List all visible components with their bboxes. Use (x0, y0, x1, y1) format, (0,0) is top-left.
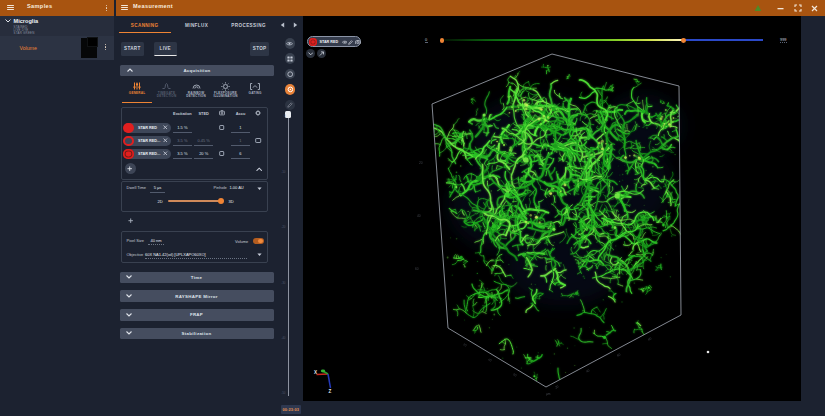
remove-channel-icon[interactable] (163, 151, 168, 156)
excitation-input[interactable]: 3.5 % (177, 151, 187, 156)
pinhole-label: Pinhole (214, 185, 227, 190)
volume-render-canvas[interactable] (303, 16, 801, 401)
excitation-input[interactable]: 1.5 % (177, 125, 187, 130)
lut-max-value[interactable]: 999 (780, 37, 787, 44)
stop-button[interactable]: STOP (250, 42, 269, 56)
visibility-eye-icon[interactable] (342, 40, 348, 44)
add-section-icon[interactable] (128, 218, 133, 223)
dwell-time-input[interactable]: 5 µs (150, 185, 165, 192)
chevron-up-icon (127, 68, 133, 72)
volume-toggle-label: Volume (235, 239, 248, 244)
accu-input[interactable]: 1 (239, 125, 241, 130)
rayshape-mirror-section-header[interactable]: RAYSHAPE Mirror (120, 290, 274, 302)
titlebar: Samples Measurement (0, 0, 825, 16)
sample-group-header[interactable]: Microglia STAINED LIVE DYE STAR GREEN (0, 16, 114, 36)
timegate-icon (152, 82, 182, 90)
dye-color-dot[interactable] (123, 123, 134, 134)
window-close-button[interactable] (810, 4, 819, 13)
gating-icon (240, 82, 270, 90)
sample-item-kebab-menu[interactable] (104, 44, 107, 50)
remove-channel-icon[interactable] (163, 138, 168, 143)
stabilization-section-header[interactable]: Stabilization (120, 328, 274, 340)
acq-tab-flexposure-illumination[interactable]: FLEXPOSUREILLUMINATION (211, 82, 241, 103)
frame-checkbox[interactable] (219, 151, 225, 157)
grid-view-button[interactable] (285, 53, 296, 64)
tab-minflux[interactable]: MINFLUX (171, 23, 223, 34)
acq-tab-timegate-detection[interactable]: TIMEGATEDETECTION (152, 82, 182, 103)
edit-tool-button[interactable] (285, 100, 296, 111)
volume-toggle[interactable] (253, 238, 264, 244)
sample-item-label: Volume (20, 45, 37, 51)
page-next-icon[interactable] (293, 22, 298, 28)
sted-3d-slider[interactable] (168, 200, 223, 202)
z-tick-label: -20 (278, 225, 286, 229)
pinhole-select[interactable]: 1.00 AU (230, 185, 244, 190)
remove-channel-icon[interactable] (163, 125, 168, 130)
acquisition-section-title: Acquisition (183, 68, 210, 73)
chevron-down-icon[interactable] (5, 19, 11, 23)
sted-input[interactable]: 20 % (199, 151, 208, 156)
add-channel-button[interactable] (125, 163, 136, 174)
z-position-slider-knob[interactable] (285, 111, 291, 118)
edge-tick-label: 60 (415, 267, 419, 271)
edit-pencil-icon[interactable] (348, 40, 353, 45)
volume-viewport[interactable]: STAR RED 0 999 X Z 20 40 60 20 (303, 16, 801, 401)
samples-menu-icon[interactable] (7, 5, 14, 10)
dye-chip[interactable]: STAR RED (124, 123, 171, 133)
accu-input[interactable]: 1 (239, 138, 241, 143)
acquisition-section-header[interactable]: Acquisition (120, 65, 274, 77)
acquisition-timer-badge: 00:23:03 (281, 405, 301, 415)
collapse-channels-icon[interactable] (256, 167, 262, 171)
bright-particle (707, 351, 710, 354)
lut-min-value[interactable]: 0 (425, 37, 427, 44)
acq-tab-label: TIMEGATEDETECTION (152, 92, 182, 99)
settings-checkbox[interactable] (255, 138, 261, 144)
pixel-size-input[interactable]: 40 nm (148, 238, 164, 245)
window-minimize-button[interactable] (776, 4, 785, 13)
objective-caret-icon[interactable] (257, 253, 262, 256)
gear-icon[interactable] (255, 110, 261, 116)
tab-processing[interactable]: PROCESSING (223, 23, 275, 34)
dye-chip[interactable]: STAR RED... (124, 149, 171, 159)
window-maximize-button[interactable] (793, 4, 802, 13)
volume-view-button[interactable] (285, 84, 296, 95)
dye-color-dot[interactable] (123, 136, 134, 147)
acq-tab-label: FLEXPOSUREILLUMINATION (211, 92, 241, 99)
frame-checkbox[interactable] (219, 125, 225, 131)
flexposure-icon (211, 82, 241, 90)
sliders-icon (122, 82, 152, 90)
live-button[interactable]: LIVE (154, 42, 177, 56)
dye-chip[interactable]: STAR RED... (124, 136, 171, 146)
lut-gradient-bar[interactable] (442, 39, 683, 41)
z-tick-label: -40 (278, 336, 286, 340)
sted-input[interactable]: 0.45 % (197, 138, 209, 143)
camera-icon[interactable] (355, 40, 361, 45)
z-position-slider[interactable] (288, 112, 289, 396)
objective-select[interactable]: 60X NA1.42(oil) [UPLXAPO60XO] (145, 252, 247, 259)
samples-panel-title: Samples (27, 3, 52, 9)
frame-camera-icon (219, 110, 225, 115)
circle-select-button[interactable] (285, 69, 296, 80)
acq-tab-active-underline (122, 102, 152, 103)
accu-input[interactable]: 6 (239, 151, 241, 156)
dye-color-dot[interactable] (123, 149, 134, 160)
acq-tab-gating[interactable]: GATING (240, 82, 270, 103)
pinhole-caret-icon[interactable] (257, 187, 262, 190)
excitation-input[interactable]: 3.5 % (177, 138, 187, 143)
sample-item-volume[interactable]: Volume (0, 36, 114, 60)
acq-tab-rainbow-detection[interactable]: RAINBOWDETECTION (181, 82, 211, 103)
acq-tab-label: RAINBOWDETECTION (181, 92, 211, 99)
chevron-down-icon (126, 331, 132, 335)
acq-tab-general[interactable]: GENERAL (122, 82, 152, 103)
lut-max-handle[interactable] (681, 38, 686, 43)
time-section-header[interactable]: Time (120, 272, 274, 284)
frap-section-header[interactable]: FRAP (120, 309, 274, 321)
start-button[interactable]: START (121, 42, 144, 56)
measurement-menu-icon[interactable] (121, 5, 128, 10)
view-tool-button[interactable] (285, 38, 296, 49)
viewer-channel-chip[interactable]: STAR RED (307, 36, 361, 47)
samples-kebab-menu[interactable] (105, 5, 108, 11)
page-prev-icon[interactable] (280, 22, 285, 28)
lut-min-handle[interactable] (440, 38, 445, 43)
z-tick-label: -50 (278, 391, 286, 395)
